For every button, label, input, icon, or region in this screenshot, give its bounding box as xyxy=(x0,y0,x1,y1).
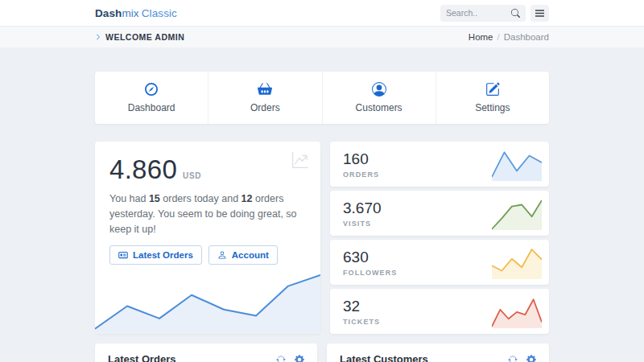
search-box[interactable] xyxy=(440,5,526,22)
earnings-amount: 4.860 xyxy=(109,154,177,185)
breadcrumb: Home / Dashboard xyxy=(469,32,549,42)
logo-light-text: mix xyxy=(122,7,138,19)
nav-card-label: Dashboard xyxy=(128,102,175,113)
latest-orders-button[interactable]: Latest Orders xyxy=(109,245,202,265)
user-circle-icon xyxy=(372,82,386,97)
nav-card-dashboard[interactable]: Dashboard xyxy=(95,72,208,124)
account-button-label: Account xyxy=(232,250,269,260)
top-header: DashmixClassic xyxy=(0,0,644,27)
nav-card-customers[interactable]: Customers xyxy=(323,72,436,124)
stat-card-followers: 630 FOLLOWERS xyxy=(330,240,549,285)
tickets-sparkline-chart xyxy=(492,294,542,328)
stat-cards-column: 160 ORDERS 3.670 VISITS xyxy=(330,142,549,334)
earnings-area-chart xyxy=(95,265,320,334)
edit-square-icon xyxy=(485,82,500,97)
refresh-button[interactable] xyxy=(276,355,286,362)
settings-gear-button[interactable] xyxy=(295,355,304,362)
refresh-button[interactable] xyxy=(508,355,518,362)
gear-icon xyxy=(295,355,304,362)
latest-orders-panel: Latest Orders xyxy=(95,343,317,362)
search-input[interactable] xyxy=(446,8,511,18)
panel-title: Latest Customers xyxy=(340,353,428,362)
refresh-icon xyxy=(276,355,286,362)
compass-icon xyxy=(144,82,159,97)
quick-nav-block: Dashboard Orders Customers Settings xyxy=(95,72,549,124)
person-icon xyxy=(217,250,227,260)
breadcrumb-separator: / xyxy=(497,32,500,42)
gear-icon xyxy=(526,355,536,362)
nav-card-label: Customers xyxy=(356,102,402,113)
app-logo[interactable]: DashmixClassic xyxy=(95,7,177,19)
latest-orders-button-label: Latest Orders xyxy=(133,250,193,260)
logo-bold-text: Dash xyxy=(95,7,122,19)
header-actions xyxy=(440,5,549,22)
orders-summary-text: You had 15 orders today and 12 orders ye… xyxy=(109,191,312,237)
logo-variant-text: Classic xyxy=(142,7,177,19)
search-icon[interactable] xyxy=(511,9,520,18)
page-heading-label: WELCOME ADMIN xyxy=(105,32,184,42)
earnings-currency: USD xyxy=(183,171,201,180)
earnings-card: 4.860 USD You had 15 orders today and 12… xyxy=(95,142,320,334)
stat-label: VISITS xyxy=(343,220,382,228)
page-heading: WELCOME ADMIN xyxy=(95,32,184,42)
settings-gear-button[interactable] xyxy=(526,355,536,362)
stat-value: 630 xyxy=(343,249,397,266)
panel-title: Latest Orders xyxy=(108,353,176,362)
nav-card-label: Settings xyxy=(475,102,510,113)
followers-sparkline-chart xyxy=(492,245,542,279)
chevron-right-icon xyxy=(95,34,101,40)
orders-sparkline-chart xyxy=(492,147,542,181)
hero-bar: WELCOME ADMIN Home / Dashboard xyxy=(0,27,644,47)
sidebar-toggle-button[interactable] xyxy=(530,5,549,22)
stat-card-orders: 160 ORDERS xyxy=(330,142,549,187)
stat-card-tickets: 32 TICKETS xyxy=(330,289,549,334)
stat-value: 32 xyxy=(343,298,380,315)
stat-card-visits: 3.670 VISITS xyxy=(330,191,549,236)
nav-card-orders[interactable]: Orders xyxy=(208,72,322,124)
card-list-icon xyxy=(118,250,128,260)
nav-card-label: Orders xyxy=(250,102,280,113)
breadcrumb-current: Dashboard xyxy=(504,32,549,42)
basket-icon xyxy=(258,82,272,97)
account-button[interactable]: Account xyxy=(208,245,278,265)
nav-card-settings[interactable]: Settings xyxy=(436,72,549,124)
visits-sparkline-chart xyxy=(492,196,542,230)
refresh-icon xyxy=(508,355,518,362)
stat-value: 160 xyxy=(343,150,379,168)
breadcrumb-home-link[interactable]: Home xyxy=(469,32,493,42)
hamburger-icon xyxy=(535,10,544,17)
stat-value: 3.670 xyxy=(343,200,382,217)
chart-line-icon xyxy=(292,152,308,168)
stat-label: ORDERS xyxy=(343,171,379,179)
latest-customers-panel: Latest Customers xyxy=(327,343,549,362)
stat-label: TICKETS xyxy=(343,318,380,326)
main-content: Dashboard Orders Customers Settings 4.86… xyxy=(95,47,549,362)
stat-label: FOLLOWERS xyxy=(343,269,397,277)
